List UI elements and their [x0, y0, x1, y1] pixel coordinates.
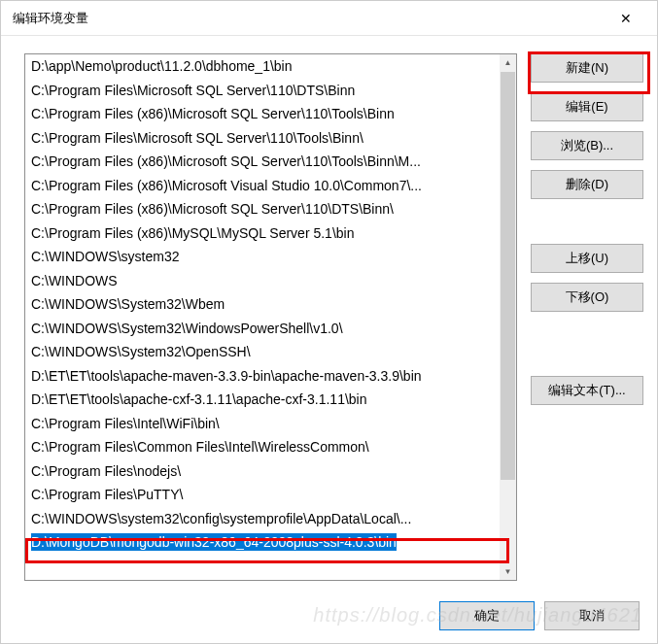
- edit-button[interactable]: 编辑(E): [531, 92, 643, 121]
- close-icon: ✕: [620, 11, 632, 26]
- path-listbox[interactable]: D:\app\Nemo\product\11.2.0\dbhome_1\binC…: [24, 53, 517, 581]
- list-item[interactable]: C:\Program Files\Microsoft SQL Server\11…: [25, 126, 500, 151]
- close-button[interactable]: ✕: [606, 5, 645, 32]
- list-item[interactable]: C:\Program Files (x86)\Microsoft SQL Ser…: [25, 102, 500, 126]
- list-item[interactable]: D:\app\Nemo\product\11.2.0\dbhome_1\bin: [25, 54, 500, 79]
- dialog-title: 编辑环境变量: [13, 10, 606, 27]
- scroll-up-icon[interactable]: ▲: [500, 54, 516, 71]
- list-item[interactable]: C:\WINDOWS: [25, 269, 500, 293]
- list-item[interactable]: D:\ET\ET\tools\apache-cxf-3.1.11\apache-…: [25, 388, 500, 412]
- list-item[interactable]: C:\WINDOWS\system32: [25, 245, 500, 269]
- list-container: D:\app\Nemo\product\11.2.0\dbhome_1\binC…: [24, 53, 517, 581]
- list-item[interactable]: D:\MongoDB\mongodb-win32-x86_64-2008plus…: [25, 530, 500, 555]
- cancel-button[interactable]: 取消: [544, 601, 640, 630]
- list-item[interactable]: C:\WINDOWS\System32\WindowsPowerShell\v1…: [25, 317, 500, 341]
- list-item[interactable]: C:\Program Files\PuTTY\: [25, 483, 500, 507]
- list-item[interactable]: C:\Program Files\Microsoft SQL Server\11…: [25, 79, 500, 103]
- scroll-thumb[interactable]: [501, 72, 515, 480]
- move-down-button[interactable]: 下移(O): [531, 283, 643, 312]
- edit-env-var-dialog: 编辑环境变量 ✕ D:\app\Nemo\product\11.2.0\dbho…: [0, 0, 658, 644]
- scroll-down-icon[interactable]: ▼: [500, 563, 516, 580]
- list-item[interactable]: C:\Program Files\nodejs\: [25, 459, 500, 484]
- scrollbar[interactable]: ▲ ▼: [500, 54, 516, 580]
- list-item[interactable]: D:\ET\ET\tools\apache-maven-3.3.9-bin\ap…: [25, 364, 500, 389]
- list-item[interactable]: C:\Program Files (x86)\Microsoft SQL Ser…: [25, 197, 500, 221]
- list-item[interactable]: C:\Program Files\Intel\WiFi\bin\: [25, 412, 500, 436]
- delete-button[interactable]: 删除(D): [531, 170, 643, 199]
- list-item[interactable]: C:\Program Files\Common Files\Intel\Wire…: [25, 435, 500, 459]
- list-item[interactable]: C:\Program Files (x86)\MySQL\MySQL Serve…: [25, 221, 500, 246]
- new-button[interactable]: 新建(N): [531, 53, 643, 83]
- list-item[interactable]: C:\Program Files (x86)\Microsoft SQL Ser…: [25, 150, 500, 174]
- side-buttons: 新建(N) 编辑(E) 浏览(B)... 删除(D) 上移(U) 下移(O) 编…: [531, 53, 643, 581]
- edit-text-button[interactable]: 编辑文本(T)...: [531, 376, 643, 405]
- ok-button[interactable]: 确定: [439, 601, 535, 630]
- list-item[interactable]: C:\WINDOWS\System32\Wbem: [25, 292, 500, 317]
- browse-button[interactable]: 浏览(B)...: [531, 131, 643, 160]
- list-item[interactable]: C:\Program Files (x86)\Microsoft Visual …: [25, 174, 500, 198]
- dialog-body: D:\app\Nemo\product\11.2.0\dbhome_1\binC…: [1, 36, 657, 589]
- titlebar: 编辑环境变量 ✕: [1, 1, 657, 36]
- move-up-button[interactable]: 上移(U): [531, 244, 643, 273]
- list-item[interactable]: C:\WINDOWS\System32\OpenSSH\: [25, 340, 500, 364]
- list-item[interactable]: C:\WINDOWS\system32\config\systemprofile…: [25, 507, 500, 531]
- dialog-footer: 确定 取消: [1, 589, 657, 643]
